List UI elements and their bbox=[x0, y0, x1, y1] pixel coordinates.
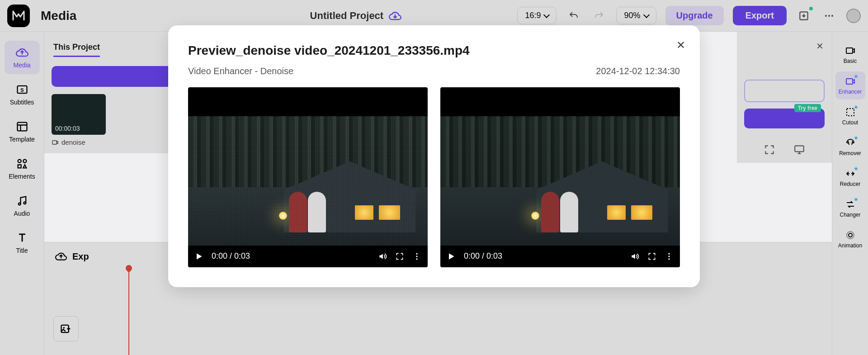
modal-timestamp: 2024-12-02 12:34:30 bbox=[596, 66, 680, 76]
volume-icon[interactable] bbox=[378, 252, 387, 261]
modal-overlay: ✕ Preview_denoise video_20241201_233356.… bbox=[0, 0, 868, 355]
svg-point-25 bbox=[668, 256, 670, 257]
svg-point-23 bbox=[416, 258, 417, 260]
svg-point-21 bbox=[416, 253, 417, 254]
video-controls-right: 0:00 / 0:03 bbox=[440, 246, 680, 267]
video-denoised[interactable]: 0:00 / 0:03 bbox=[440, 87, 680, 267]
modal-subtitle: Video Enhancer - Denoise bbox=[188, 66, 293, 76]
svg-point-24 bbox=[668, 253, 670, 254]
modal-title: Preview_denoise video_20241201_233356.mp… bbox=[188, 43, 680, 58]
svg-point-26 bbox=[668, 258, 670, 260]
fullscreen-icon[interactable] bbox=[647, 252, 656, 261]
more-icon[interactable] bbox=[665, 252, 674, 261]
preview-modal: ✕ Preview_denoise video_20241201_233356.… bbox=[168, 25, 700, 287]
fullscreen-icon[interactable] bbox=[395, 252, 404, 261]
video-time-left: 0:00 / 0:03 bbox=[212, 251, 250, 261]
play-icon[interactable] bbox=[447, 252, 456, 261]
video-original[interactable]: 0:00 / 0:03 bbox=[188, 87, 428, 267]
more-icon[interactable] bbox=[412, 252, 421, 261]
volume-icon[interactable] bbox=[630, 252, 639, 261]
svg-point-22 bbox=[416, 256, 417, 257]
video-controls-left: 0:00 / 0:03 bbox=[188, 246, 428, 267]
modal-close-button[interactable]: ✕ bbox=[676, 39, 685, 52]
play-icon[interactable] bbox=[194, 252, 203, 261]
video-time-right: 0:00 / 0:03 bbox=[464, 251, 502, 261]
